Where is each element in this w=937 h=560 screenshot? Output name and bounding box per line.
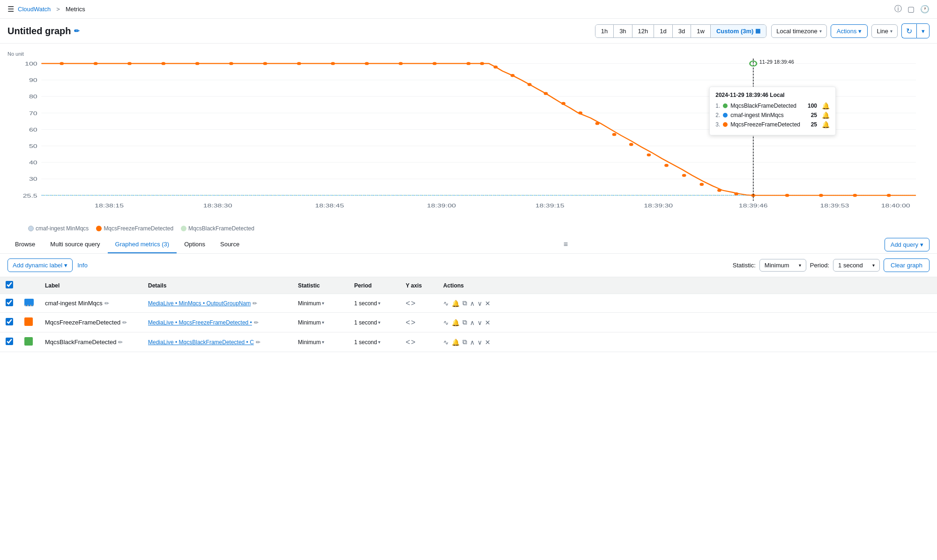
row2-down-icon[interactable]: ∨ xyxy=(477,319,482,326)
svg-point-38 xyxy=(561,102,565,105)
row2-stat-select[interactable]: Minimum ▾ xyxy=(298,319,343,326)
row1-bell-icon[interactable]: 🔔 xyxy=(452,300,460,307)
svg-point-20 xyxy=(59,62,64,65)
time-custom[interactable]: Custom (3m) ▦ xyxy=(711,25,766,37)
row3-period-select[interactable]: 1 second ▾ xyxy=(354,339,394,346)
row3-details[interactable]: MediaLive • MqcsBlackFrameDetected • C xyxy=(148,339,254,346)
clear-graph-button[interactable]: Clear graph xyxy=(884,258,930,272)
refresh-button[interactable]: ↻ xyxy=(901,23,916,38)
menu-icon[interactable]: ☰ xyxy=(7,5,14,14)
row3-checkbox[interactable] xyxy=(6,338,13,345)
row3-label: MqcsBlackFrameDetected xyxy=(45,339,116,346)
chart-inner[interactable]: 100 90 80 70 60 50 40 30 25.5 xyxy=(7,59,930,208)
time-1w[interactable]: 1w xyxy=(691,25,711,37)
row3-copy-icon[interactable]: ⧉ xyxy=(462,338,467,346)
row3-yaxis-nav: < > xyxy=(406,338,432,346)
row2-yaxis-prev[interactable]: < xyxy=(406,318,410,327)
row2-action-icons: ∿ 🔔 ⧉ ∧ ∨ ✕ xyxy=(443,318,931,326)
row3-graph-icon[interactable]: ∿ xyxy=(443,339,449,346)
add-query-button[interactable]: Add query ▾ xyxy=(885,238,930,251)
row1-period-select[interactable]: 1 second ▾ xyxy=(354,300,394,307)
time-3h[interactable]: 3h xyxy=(614,25,632,37)
tooltip-bell-3[interactable]: 🔔 xyxy=(822,121,830,128)
info-icon[interactable]: ⓘ xyxy=(894,4,902,14)
row3-stat-select[interactable]: Minimum ▾ xyxy=(298,339,343,346)
period-label: Period: xyxy=(810,262,829,269)
row3-edit-icon[interactable]: ✏ xyxy=(118,339,123,346)
time-1d[interactable]: 1d xyxy=(654,25,672,37)
row2-details-edit-icon[interactable]: ✏ xyxy=(254,319,259,326)
row3-down-icon[interactable]: ∨ xyxy=(477,339,482,346)
row1-edit-icon[interactable]: ✏ xyxy=(104,300,109,307)
legend-item-2: MqcsFreezeFrameDetected xyxy=(96,225,173,232)
row1-up-icon[interactable]: ∧ xyxy=(470,300,475,307)
actions-button[interactable]: Actions ▾ xyxy=(831,24,868,38)
row1-checkbox-cell xyxy=(0,294,19,313)
row2-period-select[interactable]: 1 second ▾ xyxy=(354,319,394,326)
clock-icon[interactable]: 🕐 xyxy=(920,5,930,14)
svg-point-51 xyxy=(819,194,823,197)
row3-bell-icon[interactable]: 🔔 xyxy=(452,339,460,346)
row3-stat-caret: ▾ xyxy=(322,339,324,345)
row3-delete-icon[interactable]: ✕ xyxy=(485,339,491,346)
row1-graph-icon[interactable]: ∿ xyxy=(443,300,449,307)
svg-point-42 xyxy=(629,143,633,146)
tab-menu-icon[interactable]: ≡ xyxy=(562,236,570,253)
row2-copy-icon[interactable]: ⧉ xyxy=(462,318,467,326)
row1-delete-icon[interactable]: ✕ xyxy=(485,300,491,307)
svg-point-43 xyxy=(647,154,651,156)
row2-checkbox[interactable] xyxy=(6,318,13,325)
tab-options[interactable]: Options xyxy=(177,236,213,253)
row1-down-icon[interactable]: ∨ xyxy=(477,300,482,307)
row2-up-icon[interactable]: ∧ xyxy=(470,319,475,326)
row1-yaxis-prev[interactable]: < xyxy=(406,299,410,308)
edit-title-icon[interactable]: ✏ xyxy=(74,27,80,35)
row1-yaxis-next[interactable]: > xyxy=(411,299,415,308)
row2-yaxis-next[interactable]: > xyxy=(411,318,415,327)
tab-source[interactable]: Source xyxy=(213,236,247,253)
row3-up-icon[interactable]: ∧ xyxy=(470,339,475,346)
tab-graphed-metrics[interactable]: Graphed metrics (3) xyxy=(108,236,177,253)
svg-text:60: 60 xyxy=(29,126,37,133)
th-actions: Actions xyxy=(438,277,937,294)
tooltip-bell-2[interactable]: 🔔 xyxy=(822,111,830,119)
tab-multi-source[interactable]: Multi source query xyxy=(43,236,107,253)
add-dynamic-label-button[interactable]: Add dynamic label ▾ xyxy=(7,258,73,272)
row1-checkbox[interactable] xyxy=(6,299,13,306)
row2-details[interactable]: MediaLive • MqcsFreezeFrameDetected • xyxy=(148,319,252,326)
statistic-selector[interactable]: Minimum ▾ xyxy=(759,259,806,272)
time-12h[interactable]: 12h xyxy=(632,25,654,37)
breadcrumb-cloudwatch[interactable]: CloudWatch xyxy=(18,6,51,13)
svg-point-33 xyxy=(480,62,484,65)
time-3d[interactable]: 3d xyxy=(673,25,691,37)
row1-copy-icon[interactable]: ⧉ xyxy=(462,299,467,307)
th-checkbox xyxy=(0,277,19,294)
folder-icon[interactable]: ▢ xyxy=(907,5,915,14)
row2-label-cell: MqcsFreezeFrameDetected ✏ xyxy=(39,313,142,332)
th-period: Period xyxy=(349,277,400,294)
row3-details-cell: MediaLive • MqcsBlackFrameDetected • C ✏ xyxy=(142,332,292,352)
row1-details-edit-icon[interactable]: ✏ xyxy=(253,300,257,307)
timezone-selector[interactable]: Local timezone ▾ xyxy=(771,24,826,38)
row1-stat-select[interactable]: Minimum ▾ xyxy=(298,300,343,307)
row2-details-group: MediaLive • MqcsFreezeFrameDetected • ✏ xyxy=(148,319,287,326)
row3-details-edit-icon[interactable]: ✏ xyxy=(256,339,260,346)
row1-details[interactable]: MediaLive • MinMqcs • OutputGroupNam xyxy=(148,300,251,307)
refresh-expand[interactable]: ▾ xyxy=(916,23,930,38)
row2-delete-icon[interactable]: ✕ xyxy=(485,319,491,326)
row2-edit-icon[interactable]: ✏ xyxy=(122,319,127,326)
row3-yaxis-prev[interactable]: < xyxy=(406,338,410,346)
row2-bell-icon[interactable]: 🔔 xyxy=(452,319,460,326)
row2-graph-icon[interactable]: ∿ xyxy=(443,319,449,326)
select-all-checkbox[interactable] xyxy=(6,281,13,288)
time-1h[interactable]: 1h xyxy=(595,25,614,37)
svg-point-39 xyxy=(578,111,582,114)
tab-browse[interactable]: Browse xyxy=(7,236,43,253)
info-link[interactable]: Info xyxy=(77,262,88,269)
period-selector[interactable]: 1 second ▾ xyxy=(833,259,880,272)
tooltip-label-3: MqcsFreezeFrameDetected xyxy=(730,121,800,128)
row3-yaxis-next[interactable]: > xyxy=(411,338,415,346)
tooltip-bell-1[interactable]: 🔔 xyxy=(822,102,830,110)
view-selector[interactable]: Line ▾ xyxy=(871,24,898,38)
svg-text:18:39:30: 18:39:30 xyxy=(644,202,673,208)
